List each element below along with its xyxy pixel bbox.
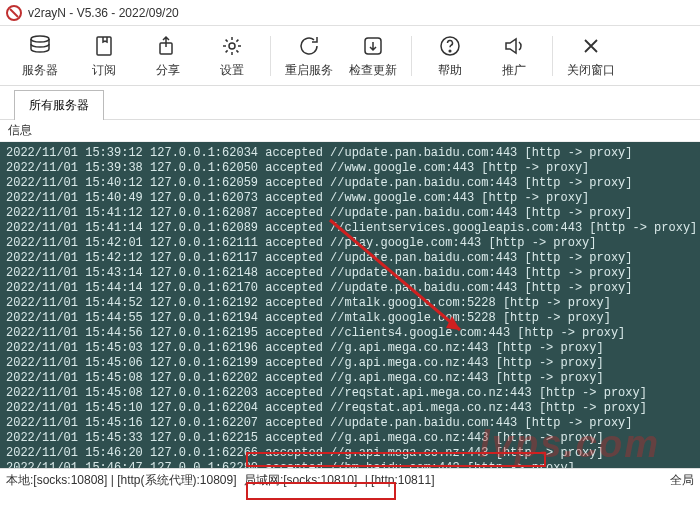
status-http2: | [http:10811] xyxy=(365,473,435,487)
app-icon xyxy=(6,5,22,21)
close-icon xyxy=(579,32,603,60)
restart-icon xyxy=(297,32,321,60)
promote-button[interactable]: 推广 xyxy=(482,28,546,84)
update-button[interactable]: 检查更新 xyxy=(341,28,405,84)
separator xyxy=(552,36,553,76)
svg-point-7 xyxy=(449,50,451,52)
download-icon xyxy=(361,32,385,60)
svg-point-1 xyxy=(31,36,49,42)
speaker-icon xyxy=(502,32,526,60)
tab-all-servers[interactable]: 所有服务器 xyxy=(14,90,104,120)
separator xyxy=(411,36,412,76)
settings-button[interactable]: 设置 xyxy=(200,28,264,84)
subscribe-button[interactable]: 订阅 xyxy=(72,28,136,84)
status-bar: 本地:[socks:10808] | [http(系统代理):10809] 局域… xyxy=(0,468,700,492)
tab-row: 所有服务器 xyxy=(0,86,700,120)
info-header: 信息 xyxy=(0,120,700,142)
close-window-button[interactable]: 关闭窗口 xyxy=(559,28,623,84)
share-button[interactable]: 分享 xyxy=(136,28,200,84)
help-button[interactable]: 帮助 xyxy=(418,28,482,84)
servers-icon xyxy=(26,32,54,60)
subscribe-icon xyxy=(92,32,116,60)
svg-rect-2 xyxy=(97,37,111,55)
gear-icon xyxy=(220,32,244,60)
titlebar: v2rayN - V5.36 - 2022/09/20 xyxy=(0,0,700,26)
status-right: 全局 xyxy=(670,472,694,489)
servers-button[interactable]: 服务器 xyxy=(8,28,72,84)
log-panel[interactable]: 2022/11/01 15:39:12 127.0.0.1:62034 acce… xyxy=(0,142,700,468)
share-icon xyxy=(156,32,180,60)
restart-button[interactable]: 重启服务 xyxy=(277,28,341,84)
status-lan: 局域网:[socks:10810] xyxy=(244,473,357,487)
separator xyxy=(270,36,271,76)
status-local: 本地:[socks:10808] | [http(系统代理):10809] xyxy=(6,473,237,487)
help-icon xyxy=(438,32,462,60)
svg-point-4 xyxy=(229,43,235,49)
window-title: v2rayN - V5.36 - 2022/09/20 xyxy=(28,6,179,20)
toolbar: 服务器 订阅 分享 设置 重启服务 检查更新 帮助 推广 关闭窗口 xyxy=(0,26,700,86)
